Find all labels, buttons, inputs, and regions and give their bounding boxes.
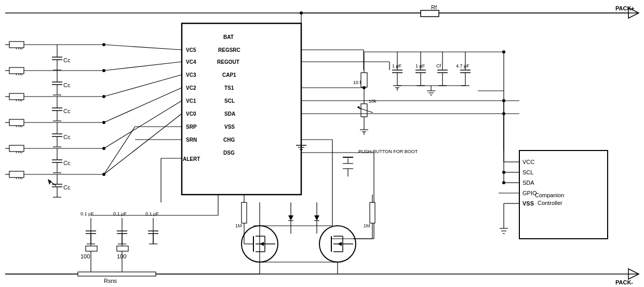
push-button-label: PUSH-BUTTON FOR BOOT xyxy=(358,149,418,154)
svg-rect-14 xyxy=(9,67,24,74)
cc-label-1: Cc xyxy=(63,57,71,63)
svg-rect-22 xyxy=(9,93,24,100)
svg-rect-190 xyxy=(370,202,375,223)
cf-label: Cf xyxy=(436,63,441,69)
ic-ts1-pin: TS1 xyxy=(224,85,234,91)
thermistor-label: 10k xyxy=(369,99,377,104)
svg-point-71 xyxy=(102,147,105,150)
svg-rect-94 xyxy=(78,272,156,276)
companion-label-2: Controller xyxy=(538,200,562,206)
cc-label-5: Cc xyxy=(63,160,71,166)
cc-label-2: Cc xyxy=(63,82,71,88)
svg-point-72 xyxy=(102,173,105,176)
ic-vc0-pin: VC0 xyxy=(186,111,196,117)
svg-point-119 xyxy=(363,86,366,89)
svg-point-70 xyxy=(102,121,105,124)
pack-plus-label: PACK+ xyxy=(615,5,635,11)
svg-rect-101 xyxy=(421,10,439,17)
sda-companion-label: SDA xyxy=(522,180,534,186)
svg-rect-38 xyxy=(9,145,24,152)
cap-1u-label-2: 1 μF xyxy=(415,63,425,69)
rf-label: Rf xyxy=(431,4,437,10)
ic-dsg-pin: DSG xyxy=(223,150,235,156)
vcc-pin-label: VCC xyxy=(522,159,534,165)
ic-alert-pin: ALERT xyxy=(183,156,200,162)
ic-scl-pin: SCL xyxy=(224,98,235,104)
res-100-label-1: 100 xyxy=(81,253,90,259)
ic-chg-pin: CHG xyxy=(223,137,235,143)
svg-rect-5 xyxy=(182,23,301,195)
ic-vc4-pin: VC4 xyxy=(186,59,196,65)
ic-regout-pin: REGOUT xyxy=(217,59,239,65)
res-100-label-2: 100 xyxy=(117,253,126,259)
cc-label-3: Cc xyxy=(63,108,71,114)
cap-1u-label-1: 1 μF xyxy=(392,63,402,69)
ic-srp-pin: SRP xyxy=(186,124,197,130)
svg-point-68 xyxy=(102,69,105,72)
scl-companion-label: SCL xyxy=(522,169,533,175)
ic-vc2-pin: VC2 xyxy=(186,85,196,91)
cap-47u-label: 4.7 μF xyxy=(456,63,469,69)
res-1m-label-1: 1M xyxy=(235,223,242,228)
circuit-schematic: PACK+ PACK- BAT REGSRC REGOUT CAP1 TS1 S… xyxy=(0,0,644,287)
ic-vc1-pin: VC1 xyxy=(186,98,196,104)
svg-point-225 xyxy=(502,112,505,115)
svg-point-69 xyxy=(102,95,105,98)
svg-rect-91 xyxy=(117,246,128,251)
svg-rect-186 xyxy=(242,202,247,223)
rsns-label: Rsns xyxy=(104,278,117,284)
gpio-companion-label: GPIO xyxy=(522,190,537,196)
svg-rect-30 xyxy=(9,119,24,126)
companion-label-1: Companion xyxy=(535,192,564,198)
vss-companion-label: VSS xyxy=(522,200,534,207)
ic-vc5-pin: VC5 xyxy=(186,47,196,53)
ic-vss-pin: VSS xyxy=(224,124,235,130)
svg-point-223 xyxy=(502,99,505,102)
svg-rect-88 xyxy=(86,246,97,251)
pack-minus-label: PACK- xyxy=(615,279,633,285)
cc-label-4: Cc xyxy=(63,134,71,140)
ic-bat-pin: BAT xyxy=(223,34,234,40)
ic-regsrc-pin: REGSRC xyxy=(218,47,240,53)
ic-vc3-pin: VC3 xyxy=(186,72,196,78)
ic-sda-pin: SDA xyxy=(224,111,235,117)
svg-rect-6 xyxy=(9,42,24,48)
svg-rect-108 xyxy=(361,73,367,87)
ic-cap1-pin: CAP1 xyxy=(222,72,236,78)
svg-point-229 xyxy=(502,50,505,53)
ic-srn-pin: SRN xyxy=(186,137,197,143)
cc-label-6: Cc xyxy=(63,184,71,190)
svg-point-67 xyxy=(102,43,105,46)
svg-rect-46 xyxy=(9,171,24,177)
res-1m-label-2: 1M xyxy=(364,223,370,228)
